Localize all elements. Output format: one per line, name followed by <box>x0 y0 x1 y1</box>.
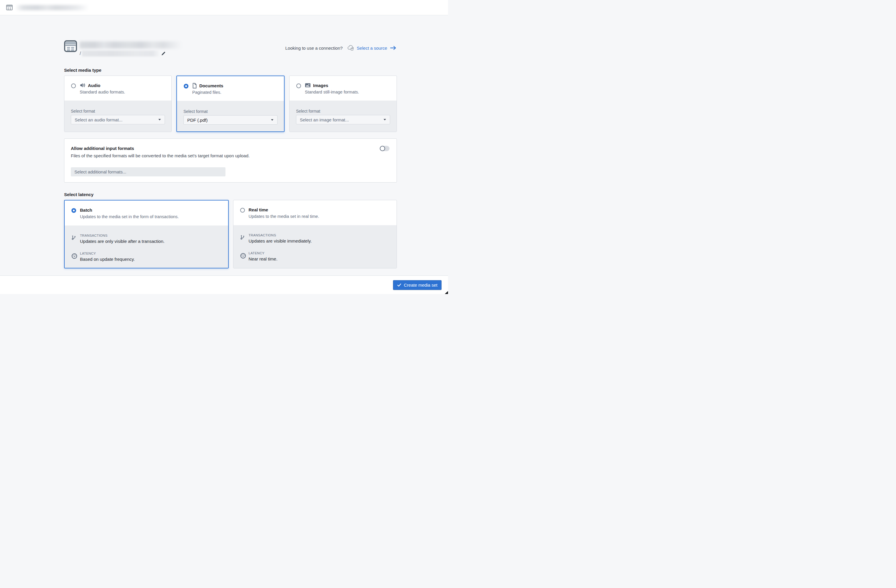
check-icon <box>397 283 401 286</box>
gauge-icon <box>240 253 246 259</box>
additional-formats-input[interactable]: Select additional formats... <box>71 167 226 177</box>
panel-description: Files of the specified formats will be c… <box>71 153 250 158</box>
real-time-radio[interactable] <box>240 208 245 213</box>
audio-radio[interactable] <box>71 84 76 88</box>
card-description: Updates to the media set in the form of … <box>80 214 179 219</box>
card-description: Updates to the media set in real time. <box>249 214 319 219</box>
latency-card-batch[interactable]: Batch Updates to the media set in the fo… <box>64 200 229 268</box>
media-type-cards: Audio Standard audio formats. Select for… <box>64 76 397 132</box>
card-description: Paginated files. <box>192 90 221 94</box>
select-source-link[interactable]: Select a source <box>357 46 397 50</box>
cloud-database-icon <box>347 45 354 51</box>
volume-icon <box>80 83 85 88</box>
page-header: / Looking to use a connection? <box>64 40 397 56</box>
arrow-right-icon <box>387 46 397 50</box>
latency-cards: Batch Updates to the media set in the fo… <box>64 200 397 268</box>
gauge-icon <box>72 253 77 259</box>
redacted-media-set-title <box>80 41 182 49</box>
card-title: Audio <box>88 83 101 88</box>
create-button-label: Create media set <box>404 283 437 288</box>
images-radio[interactable] <box>296 84 301 88</box>
select-value: Select an audio format... <box>75 117 123 122</box>
pencil-icon <box>161 51 166 56</box>
allow-formats-toggle[interactable] <box>380 146 390 151</box>
audio-format-select[interactable]: Select an audio format... <box>71 115 165 124</box>
latency-section-label: Select latency <box>64 192 397 197</box>
transactions-text: Updates are only visible after a transac… <box>80 239 165 244</box>
latency-label: LATENCY <box>249 251 265 255</box>
select-value: PDF (.pdf) <box>187 117 207 123</box>
card-title: Images <box>313 83 328 88</box>
media-type-section-label: Select media type <box>64 68 397 73</box>
documents-radio[interactable] <box>184 84 189 88</box>
format-label: Select format <box>71 109 95 113</box>
git-branch-icon <box>72 235 76 240</box>
main-content: / Looking to use a connection? <box>0 15 448 268</box>
caret-down-icon <box>383 119 386 120</box>
latency-label: LATENCY <box>80 252 96 255</box>
redacted-window-title <box>17 5 89 10</box>
select-source-label: Select a source <box>357 46 387 50</box>
panel-title: Allow additional input formats <box>71 146 134 151</box>
git-branch-icon <box>240 235 245 240</box>
image-icon <box>305 83 311 88</box>
format-label: Select format <box>296 109 320 113</box>
input-placeholder: Select additional formats... <box>75 169 126 174</box>
top-bar <box>0 0 448 15</box>
media-type-card-documents[interactable]: Documents Paginated files. Select format… <box>177 76 285 132</box>
card-title: Real time <box>249 207 268 212</box>
media-set-icon <box>6 5 13 10</box>
toggle-knob <box>380 146 385 151</box>
media-set-icon <box>64 40 77 56</box>
transactions-label: TRANSACTIONS <box>80 234 108 237</box>
card-title: Documents <box>199 83 223 88</box>
latency-text: Based on update frequency. <box>80 257 135 262</box>
path-prefix: / <box>80 51 81 56</box>
card-title: Batch <box>80 207 92 213</box>
caret-down-icon <box>271 119 274 121</box>
redacted-media-set-path <box>82 50 159 56</box>
connection-prompt: Looking to use a connection? <box>285 46 343 50</box>
additional-formats-panel: Allow additional input formats Files of … <box>64 139 397 183</box>
create-media-set-button[interactable]: Create media set <box>393 280 442 290</box>
select-value: Select an image format... <box>300 117 349 122</box>
card-description: Standard audio formats. <box>80 90 125 94</box>
latency-card-real-time[interactable]: Real time Updates to the media set in re… <box>233 200 397 268</box>
media-type-card-images[interactable]: Images Standard still-image formats. Sel… <box>289 76 397 132</box>
image-format-select[interactable]: Select an image format... <box>296 115 390 124</box>
batch-radio[interactable] <box>72 208 76 213</box>
caret-down-icon <box>158 119 161 120</box>
footer-bar: Create media set <box>0 276 448 294</box>
format-label: Select format <box>183 109 207 114</box>
latency-text: Near real time. <box>249 256 277 261</box>
card-description: Standard still-image formats. <box>305 90 359 94</box>
document-icon <box>192 83 197 88</box>
media-type-card-audio[interactable]: Audio Standard audio formats. Select for… <box>64 76 172 132</box>
edit-name-button[interactable] <box>160 50 166 56</box>
document-format-select[interactable]: PDF (.pdf) <box>183 115 277 125</box>
transactions-label: TRANSACTIONS <box>249 233 276 237</box>
transactions-text: Updates are visible immediately. <box>249 238 312 244</box>
